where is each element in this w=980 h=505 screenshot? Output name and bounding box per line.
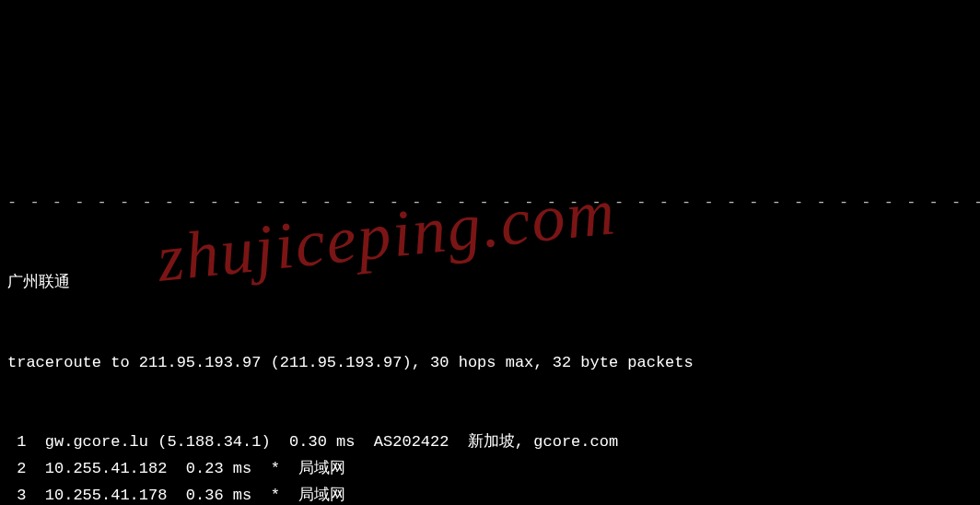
hop-body: gw.gcore.lu (5.188.34.1) 0.30 ms AS20242… bbox=[45, 433, 618, 451]
hop-line: 1 gw.gcore.lu (5.188.34.1) 0.30 ms AS202… bbox=[7, 429, 973, 456]
hop-line: 2 10.255.41.182 0.23 ms * 局域网 bbox=[7, 456, 973, 483]
hop-number: 3 bbox=[7, 483, 26, 505]
hop-body: 10.255.41.178 0.36 ms * 局域网 bbox=[45, 487, 345, 504]
hop-line: 3 10.255.41.178 0.36 ms * 局域网 bbox=[7, 483, 973, 505]
hop-body: 10.255.41.182 0.23 ms * 局域网 bbox=[45, 460, 345, 477]
hop-number: 1 bbox=[7, 429, 26, 456]
traceroute-intro: traceroute to 211.95.193.97 (211.95.193.… bbox=[7, 350, 973, 377]
hop-number: 2 bbox=[7, 456, 26, 483]
hops-container: 1 gw.gcore.lu (5.188.34.1) 0.30 ms AS202… bbox=[7, 429, 973, 505]
traceroute-title: 广州联通 bbox=[7, 270, 973, 297]
separator-line: - - - - - - - - - - - - - - - - - - - - … bbox=[7, 190, 973, 217]
terminal-output: - - - - - - - - - - - - - - - - - - - - … bbox=[0, 133, 980, 505]
